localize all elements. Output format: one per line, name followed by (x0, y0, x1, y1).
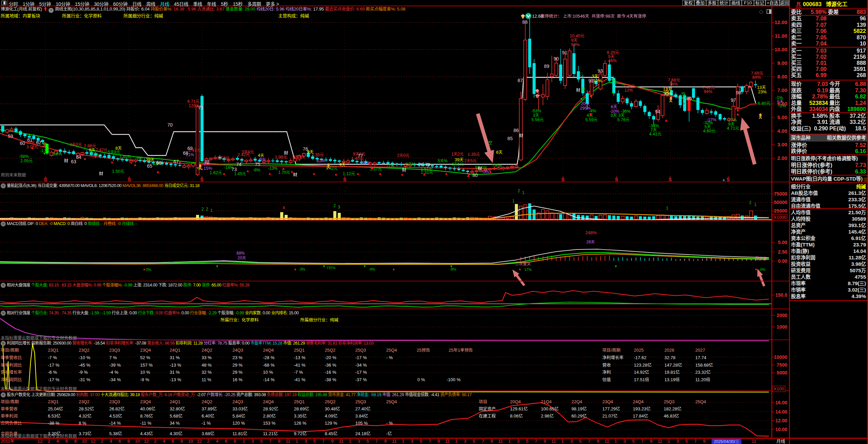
svg-text:8.00: 8.00 (777, 74, 787, 79)
svg-text:Ŝ: Ŝ (343, 177, 346, 182)
svg-text:▲: ▲ (736, 108, 740, 112)
svg-text:2: 2 (206, 207, 208, 211)
svg-text:2.47元: 2.47元 (96, 148, 108, 152)
svg-text:14.00: 14.00 (775, 409, 787, 414)
svg-text:▲: ▲ (589, 93, 593, 98)
svg-text:65: 65 (147, 163, 152, 169)
svg-text:▲: ▲ (378, 171, 382, 175)
svg-text:86: 86 (513, 128, 519, 133)
svg-text:财: 财 (64, 158, 68, 163)
svg-text:5.00: 5.00 (778, 240, 787, 245)
svg-text:97: 97 (731, 97, 736, 103)
svg-text:85: 85 (507, 136, 513, 141)
svg-text:15%: 15% (204, 166, 212, 171)
svg-text:89: 89 (544, 63, 549, 69)
svg-text:▼: ▼ (614, 264, 618, 268)
svg-text:10.40元: 10.40元 (570, 34, 584, 38)
svg-text:-0%: -0% (759, 267, 766, 272)
svg-text:5.00: 5.00 (777, 114, 787, 120)
svg-text:3天: 3天 (533, 113, 539, 118)
svg-text:Ŝ: Ŝ (561, 177, 564, 182)
svg-text:1.50元: 1.50元 (112, 169, 124, 174)
svg-text:Ŝ: Ŝ (668, 177, 672, 182)
svg-text:2025/04/30/三: 2025/04/30/三 (714, 439, 739, 444)
svg-text:1.62元: 1.62元 (210, 170, 222, 175)
svg-text:-9%: -9% (369, 267, 375, 271)
svg-text:6.00: 6.00 (777, 101, 787, 107)
svg-text:Ŝ: Ŝ (44, 177, 47, 182)
svg-text:财: 财 (293, 172, 297, 177)
svg-text:所属行业：化学原料: 所属行业：化学原料 (221, 317, 259, 322)
svg-text:23%: 23% (758, 90, 767, 94)
svg-text:X100: X100 (774, 386, 784, 391)
svg-text:1.31元: 1.31元 (421, 170, 433, 175)
svg-text:2.86元: 2.86元 (84, 144, 96, 148)
svg-text:3: 3 (338, 205, 340, 209)
svg-text:5.59元: 5.59元 (585, 117, 598, 122)
svg-text:75000: 75000 (774, 191, 787, 197)
svg-text:26天: 26天 (586, 240, 595, 244)
svg-text:1: 1 (512, 199, 515, 203)
svg-text:1.70元: 1.70元 (278, 170, 290, 175)
svg-text:6.71元: 6.71元 (187, 99, 200, 104)
svg-text:-5%: -5% (259, 157, 266, 162)
svg-text:2.05元: 2.05元 (20, 159, 33, 163)
svg-text:▼: ▼ (43, 151, 46, 155)
svg-text:1: 1 (522, 190, 525, 195)
svg-text:-53%: -53% (531, 109, 541, 113)
svg-text:▲: ▲ (83, 156, 87, 161)
svg-text:75: 75 (255, 162, 260, 167)
svg-text:94: 94 (655, 109, 660, 114)
svg-text:12.00: 12.00 (774, 19, 787, 25)
svg-text:▲: ▲ (246, 169, 250, 173)
svg-text:二次金叉: 二次金叉 (515, 261, 531, 266)
svg-text:-0%: -0% (664, 91, 672, 96)
svg-text:67: 67 (173, 159, 179, 164)
svg-text:1天2元: 1天2元 (451, 152, 464, 156)
svg-text:63: 63 (71, 159, 76, 164)
svg-text:13天: 13天 (757, 85, 766, 90)
svg-text:46%: 46% (608, 58, 617, 63)
svg-text:▲: ▲ (133, 163, 137, 167)
svg-text:6天: 6天 (611, 105, 617, 109)
svg-text:▼: ▼ (215, 264, 219, 268)
svg-text:9天4元: 9天4元 (293, 154, 305, 159)
svg-text:61: 61 (27, 137, 33, 143)
svg-text:39天: 39天 (455, 158, 464, 162)
svg-text:2.50: 2.50 (778, 249, 787, 255)
svg-text:78: 78 (418, 162, 423, 167)
svg-text:6天: 6天 (496, 150, 503, 155)
svg-text:-9%: -9% (135, 156, 143, 161)
svg-text:2: 2 (202, 207, 204, 211)
svg-text:87: 87 (517, 78, 523, 83)
svg-text:1.40元: 1.40元 (351, 156, 363, 161)
svg-text:62: 62 (36, 140, 41, 145)
svg-text:Ŝ: Ŝ (128, 177, 131, 182)
svg-text:▲: ▲ (356, 171, 360, 175)
svg-text:70: 70 (167, 122, 173, 128)
svg-text:-1%: -1% (775, 95, 783, 100)
svg-text:3天0元: 3天0元 (70, 142, 82, 147)
svg-text:2.00: 2.00 (777, 155, 787, 161)
svg-text:59: 59 (8, 133, 13, 139)
svg-text:▲: ▲ (222, 171, 226, 175)
svg-text:129%: 129% (189, 104, 200, 108)
svg-text:1.12元: 1.12元 (343, 171, 355, 176)
svg-text:74: 74 (236, 162, 242, 167)
svg-text:12.00: 12.00 (775, 418, 787, 423)
svg-text:7500: 7500 (777, 362, 787, 368)
svg-text:▲: ▲ (518, 267, 522, 271)
svg-text:4.71元: 4.71元 (727, 126, 739, 131)
svg-text:⇩: ⇩ (682, 94, 687, 99)
svg-text:98: 98 (736, 90, 741, 95)
svg-text:▲: ▲ (722, 178, 726, 182)
svg-text:5.76元: 5.76元 (617, 117, 629, 122)
svg-text:20天: 20天 (581, 101, 590, 106)
svg-text:11: 11 (752, 439, 756, 444)
svg-text:72: 72 (204, 159, 210, 165)
svg-text:⇩: ⇩ (579, 72, 584, 77)
svg-text:10000: 10000 (774, 354, 787, 360)
svg-text:79: 79 (425, 162, 430, 167)
svg-text:1000: 1000 (777, 324, 787, 330)
svg-text:本指标需要云数据或下载的专业财务数据: 本指标需要云数据或下载的专业财务数据 (1, 335, 77, 340)
